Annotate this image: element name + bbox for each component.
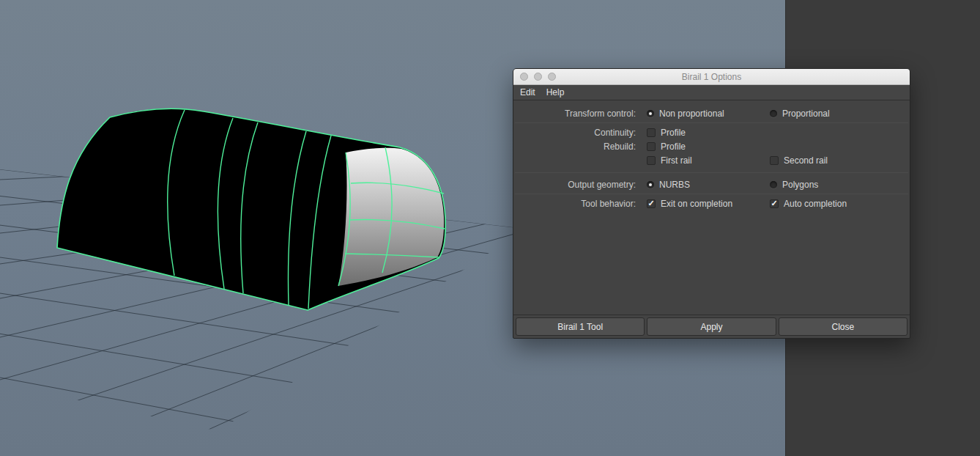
checkbox-exit-on-completion[interactable]: Exit on completion xyxy=(647,199,765,209)
radio-label: NURBS xyxy=(659,180,690,190)
options-form: Transform control: Non proportional Prop… xyxy=(513,100,910,315)
separator xyxy=(515,172,908,173)
radio-proportional[interactable]: Proportional xyxy=(770,109,830,119)
row-label: Transform control: xyxy=(513,109,642,119)
titlebar-minimize-button[interactable] xyxy=(534,73,542,81)
checkbox-label: First rail xyxy=(661,155,692,166)
apply-button[interactable]: Apply xyxy=(647,317,776,336)
window-controls xyxy=(520,69,556,84)
row-output-geometry: Output geometry: NURBS Polygons xyxy=(513,177,910,191)
checkbox-auto-completion[interactable]: Auto completion xyxy=(770,199,847,209)
checkbox-continuity-profile[interactable]: Profile xyxy=(647,128,765,138)
checkbox-icon[interactable] xyxy=(647,142,656,151)
birail-surface[interactable] xyxy=(57,109,445,310)
checkbox-label: Profile xyxy=(661,128,686,138)
checkbox-label: Exit on completion xyxy=(661,199,732,209)
row-tool-behavior: Tool behavior: Exit on completion Auto c… xyxy=(513,196,910,210)
menu-bar: Edit Help xyxy=(513,85,910,100)
checkbox-rebuild-profile[interactable]: Profile xyxy=(647,141,765,152)
row-continuity: Continuity: Profile xyxy=(513,125,910,139)
checkbox-icon[interactable] xyxy=(647,156,656,165)
checkbox-second-rail[interactable]: Second rail xyxy=(770,155,828,166)
birail-tool-button[interactable]: Birail 1 Tool xyxy=(516,317,645,336)
checkbox-label: Auto completion xyxy=(784,199,847,209)
separator xyxy=(515,194,908,194)
row-label: Rebuild: xyxy=(513,141,642,152)
menu-help[interactable]: Help xyxy=(546,87,565,98)
radio-label: Non proportional xyxy=(659,109,724,119)
row-label: Tool behavior: xyxy=(513,199,642,209)
radio-label: Proportional xyxy=(782,109,830,119)
maya-workspace: Birail 1 Options Edit Help Transform con… xyxy=(0,0,980,456)
checkbox-icon[interactable] xyxy=(770,199,779,208)
radio-icon[interactable] xyxy=(647,110,654,117)
row-rails: First rail Second rail xyxy=(513,153,910,167)
close-action-button[interactable]: Close xyxy=(779,317,907,336)
radio-icon[interactable] xyxy=(770,110,777,117)
window-titlebar[interactable]: Birail 1 Options xyxy=(513,69,910,85)
titlebar-close-button[interactable] xyxy=(520,73,528,81)
dialog-actions: Birail 1 Tool Apply Close xyxy=(513,315,910,338)
radio-polygons[interactable]: Polygons xyxy=(770,180,818,190)
radio-icon[interactable] xyxy=(770,181,777,188)
separator xyxy=(515,122,908,123)
checkbox-label: Second rail xyxy=(784,155,828,166)
radio-nurbs[interactable]: NURBS xyxy=(647,180,765,190)
birail-options-window: Birail 1 Options Edit Help Transform con… xyxy=(513,68,910,339)
radio-icon[interactable] xyxy=(647,181,654,188)
menu-edit[interactable]: Edit xyxy=(520,87,535,98)
row-transform-control: Transform control: Non proportional Prop… xyxy=(513,106,910,120)
row-rebuild: Rebuild: Profile xyxy=(513,139,910,153)
row-label: Continuity: xyxy=(513,128,642,138)
checkbox-icon[interactable] xyxy=(770,156,779,165)
titlebar-zoom-button[interactable] xyxy=(548,73,556,81)
window-title: Birail 1 Options xyxy=(682,72,741,82)
checkbox-label: Profile xyxy=(661,141,686,152)
radio-label: Polygons xyxy=(782,180,818,190)
checkbox-icon[interactable] xyxy=(647,199,656,208)
checkbox-icon[interactable] xyxy=(647,128,656,137)
row-label: Output geometry: xyxy=(513,180,642,190)
checkbox-first-rail[interactable]: First rail xyxy=(647,155,765,166)
radio-non-proportional[interactable]: Non proportional xyxy=(647,109,765,119)
